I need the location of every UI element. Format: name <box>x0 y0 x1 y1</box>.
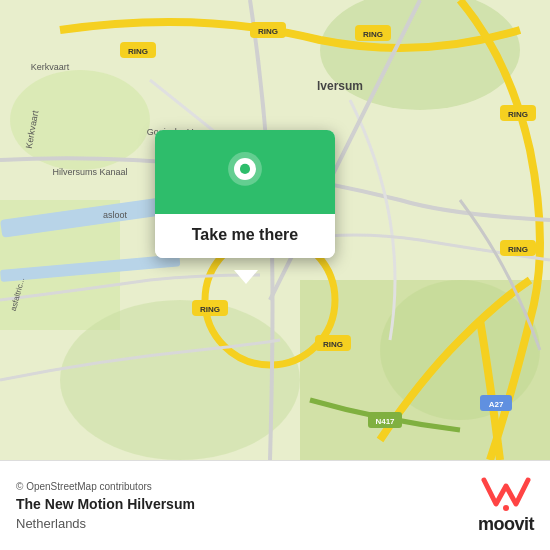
svg-text:Hilversums Kanaal: Hilversums Kanaal <box>52 167 127 177</box>
footer: © OpenStreetMap contributors The New Mot… <box>0 460 550 550</box>
svg-text:A27: A27 <box>489 400 504 409</box>
svg-text:RING: RING <box>258 27 278 36</box>
location-country: Netherlands <box>16 516 195 531</box>
moovit-logo: moovit <box>478 476 534 535</box>
moovit-text: moovit <box>478 514 534 535</box>
map-container: RING RING RING RING RING RING RING A27 N… <box>0 0 550 550</box>
popup-card: Take me there <box>155 130 335 258</box>
svg-text:Kerkvaart: Kerkvaart <box>31 62 70 72</box>
svg-text:RING: RING <box>363 30 383 39</box>
location-title: The New Motion Hilversum <box>16 496 195 512</box>
svg-point-38 <box>503 505 509 511</box>
svg-text:lversum: lversum <box>317 79 363 93</box>
location-pin-icon <box>223 152 267 196</box>
svg-point-6 <box>380 280 540 420</box>
svg-point-5 <box>60 300 300 460</box>
svg-text:RING: RING <box>128 47 148 56</box>
svg-text:RING: RING <box>200 305 220 314</box>
svg-text:N417: N417 <box>375 417 395 426</box>
svg-text:asloot: asloot <box>103 210 128 220</box>
svg-text:RING: RING <box>323 340 343 349</box>
moovit-logo-icon <box>480 476 532 512</box>
popup-arrow <box>234 270 258 284</box>
take-me-there-button[interactable]: Take me there <box>155 214 335 258</box>
popup-green-header <box>155 130 335 214</box>
svg-text:RING: RING <box>508 110 528 119</box>
svg-text:RING: RING <box>508 245 528 254</box>
osm-credit: © OpenStreetMap contributors <box>16 481 195 492</box>
footer-left: © OpenStreetMap contributors The New Mot… <box>16 481 195 531</box>
